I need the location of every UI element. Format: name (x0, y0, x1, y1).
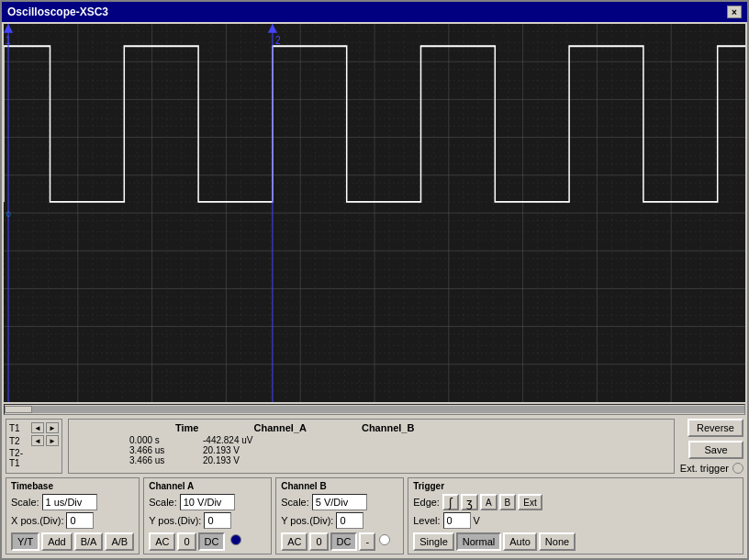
channel-a-ypos-row: Y pos.(Div): (149, 512, 266, 529)
channel-a-ypos-label: Y pos.(Div): (149, 515, 201, 526)
ext-trigger-label: Ext. trigger (680, 463, 729, 474)
trigger-edge-label: Edge: (413, 497, 440, 508)
reverse-button[interactable]: Reverse (688, 419, 743, 437)
trigger-level-label: Level: (413, 515, 440, 526)
channel-b-minus-button[interactable]: - (359, 532, 375, 551)
t1-left-button[interactable]: ◄ (31, 422, 44, 433)
channel-a-dc-button[interactable]: DC (198, 532, 226, 551)
channel-b-label: Channel B (281, 481, 398, 491)
channel-b-scale-input[interactable] (312, 494, 367, 510)
svg-text:1: 1 (6, 34, 11, 46)
t2-right-button[interactable]: ► (46, 435, 59, 446)
timebase-ab-button[interactable]: A/B (105, 532, 134, 551)
trigger-falling-button[interactable]: ʒ (461, 494, 478, 510)
channel-b-ypos-label: Y pos.(Div): (281, 515, 333, 526)
channel-b-ypos-input[interactable] (336, 512, 363, 529)
channel-a-scale-label: Scale: (149, 497, 177, 508)
t2-left-button[interactable]: ◄ (31, 435, 44, 446)
meas-row3-label (74, 455, 120, 465)
timebase-xpos-input[interactable] (66, 512, 94, 529)
channel-b-0-button[interactable]: 0 (309, 532, 328, 551)
trigger-level-input[interactable] (443, 512, 471, 529)
trigger-none-button[interactable]: None (539, 532, 576, 551)
scrollbar[interactable] (4, 404, 745, 415)
measurements-panel: Time Channel_A Channel_B 0.000 s -442.82… (68, 419, 675, 474)
close-button[interactable]: × (727, 6, 742, 18)
t1-label: T1 (9, 423, 29, 433)
cursor-panel: T1 ◄ ► T2 ◄ ► T2-T1 (6, 419, 62, 474)
measurements-row2: 3.466 us 20.193 V (74, 445, 668, 455)
timebase-add-button[interactable]: Add (41, 532, 73, 551)
trigger-single-button[interactable]: Single (413, 532, 454, 551)
timebase-label: Timebase (11, 481, 134, 491)
channel-a-coupling-buttons: AC 0 DC (149, 532, 266, 551)
trigger-mode-buttons: Single Normal Auto None (413, 532, 738, 551)
timebase-scale-row: Scale: (11, 494, 134, 510)
scrollbar-track (5, 406, 744, 413)
col-channel-a-header: Channel_A (253, 422, 306, 433)
trigger-edge-row: Edge: ʃ ʒ A B Ext (413, 494, 738, 510)
cursor-t1-row: T1 ◄ ► (9, 422, 59, 433)
channel-a-label: Channel A (149, 481, 266, 491)
timebase-scale-label: Scale: (11, 497, 39, 508)
trigger-b-button[interactable]: B (499, 494, 517, 510)
meas-row3-time: 3.466 us (129, 455, 194, 465)
svg-text:2: 2 (275, 34, 281, 46)
cursor-buttons: T1 ◄ ► T2 ◄ ► T2-T1 (9, 422, 59, 468)
channel-b-ypos-row: Y pos.(Div): (281, 512, 398, 529)
trigger-a-button[interactable]: A (480, 494, 497, 510)
timebase-ba-button[interactable]: B/A (74, 532, 104, 551)
col-time-header: Time (175, 422, 198, 433)
channel-b-dc-button[interactable]: DC (330, 532, 358, 551)
meas-row2-channel-a: 20.193 V (203, 445, 267, 455)
meas-row2-time: 3.466 us (129, 445, 194, 455)
channel-a-section: Channel A Scale: Y pos.(Div): AC 0 DC (143, 477, 272, 554)
oscilloscope-window: Oscilloscope-XSC3 × (0, 0, 749, 560)
channel-a-radio[interactable] (230, 534, 241, 545)
top-controls: T1 ◄ ► T2 ◄ ► T2-T1 (6, 419, 743, 474)
channel-b-scale-label: Scale: (281, 497, 309, 508)
channel-a-ypos-input[interactable] (204, 512, 231, 529)
scrollbar-thumb[interactable] (5, 406, 32, 413)
cursor-t2t1-row: T2-T1 (9, 448, 59, 468)
measurements-row3: 3.466 us 20.193 V (74, 455, 668, 465)
trigger-auto-button[interactable]: Auto (503, 532, 537, 551)
channel-a-0-button[interactable]: 0 (177, 532, 196, 551)
channel-a-scale-input[interactable] (180, 494, 235, 510)
save-button[interactable]: Save (688, 441, 743, 459)
trigger-level-unit: V (474, 515, 480, 526)
edge-buttons: ʃ ʒ A B Ext (442, 494, 542, 510)
trigger-ext-button[interactable]: Ext (518, 494, 542, 510)
timebase-scale-input[interactable] (42, 494, 97, 510)
right-buttons: Reverse Save Ext. trigger (680, 419, 743, 474)
channel-a-ac-button[interactable]: AC (149, 532, 175, 551)
t1-right-button[interactable]: ► (46, 422, 59, 433)
trigger-normal-button[interactable]: Normal (456, 532, 501, 551)
timebase-xpos-label: X pos.(Div): (11, 515, 63, 526)
channel-b-section: Channel B Scale: Y pos.(Div): AC 0 DC - (275, 477, 404, 554)
meas-row3-channel-a: 20.193 V (203, 455, 267, 465)
svg-text:○: ○ (6, 207, 11, 219)
channel-b-radio[interactable] (379, 534, 390, 545)
channel-b-ac-button[interactable]: AC (281, 532, 307, 551)
meas-row1-channel-a: -442.824 uV (203, 435, 267, 445)
trigger-rising-button[interactable]: ʃ (442, 494, 459, 510)
trigger-level-row: Level: V (413, 512, 738, 529)
ext-trigger-radio[interactable] (732, 463, 743, 474)
bottom-controls: Timebase Scale: X pos.(Div): Y/T Add B/A… (6, 477, 743, 554)
channel-b-scale-row: Scale: (281, 494, 398, 510)
trigger-section: Trigger Edge: ʃ ʒ A B Ext Level: V (408, 477, 743, 554)
meas-row1-label (74, 435, 120, 445)
trigger-label: Trigger (413, 481, 738, 491)
col-channel-b-header: Channel_B (362, 422, 414, 433)
meas-row2-label (74, 445, 120, 455)
controls-area: T1 ◄ ► T2 ◄ ► T2-T1 (2, 415, 747, 558)
measurements-header: Time Channel_A Channel_B (74, 422, 668, 433)
window-title: Oscilloscope-XSC3 (7, 6, 108, 18)
oscilloscope-screen: 1 2 ○ (4, 24, 745, 402)
meas-row1-time: 0.000 s (129, 435, 194, 445)
timebase-mode-buttons: Y/T Add B/A A/B (11, 532, 134, 551)
oscilloscope-display: 1 2 ○ (4, 24, 745, 402)
t2t1-label: T2-T1 (9, 448, 29, 468)
timebase-yt-button[interactable]: Y/T (11, 532, 39, 551)
